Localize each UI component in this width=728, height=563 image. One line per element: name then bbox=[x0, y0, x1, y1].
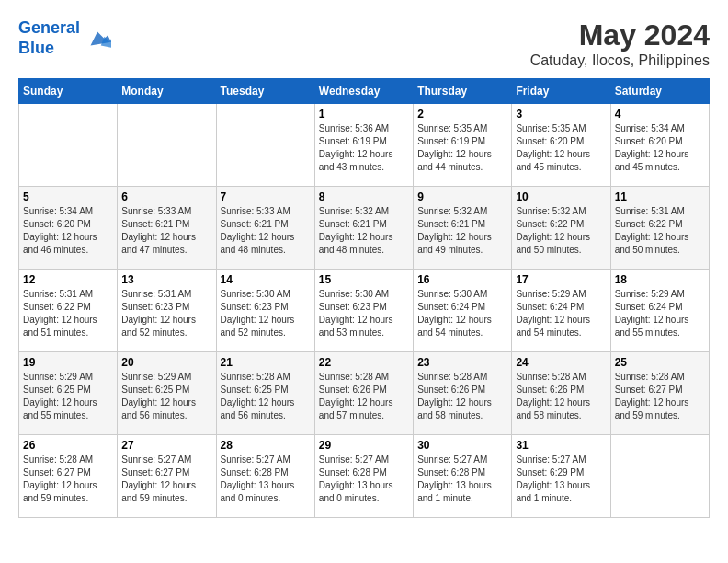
day-number: 21 bbox=[221, 356, 311, 369]
calendar-header-row: SundayMondayTuesdayWednesdayThursdayFrid… bbox=[19, 79, 710, 104]
day-number: 25 bbox=[615, 356, 705, 369]
calendar-cell bbox=[216, 104, 314, 187]
day-info: Sunrise: 5:29 AM Sunset: 6:25 PM Dayligh… bbox=[23, 371, 113, 422]
calendar-cell: 23Sunrise: 5:28 AM Sunset: 6:26 PM Dayli… bbox=[414, 352, 512, 435]
day-number: 26 bbox=[23, 439, 113, 452]
header-sunday: Sunday bbox=[19, 79, 118, 104]
calendar-table: SundayMondayTuesdayWednesdayThursdayFrid… bbox=[18, 78, 710, 518]
header-friday: Friday bbox=[512, 79, 610, 104]
day-info: Sunrise: 5:30 AM Sunset: 6:23 PM Dayligh… bbox=[221, 288, 311, 339]
day-info: Sunrise: 5:27 AM Sunset: 6:28 PM Dayligh… bbox=[221, 454, 311, 505]
calendar-cell: 19Sunrise: 5:29 AM Sunset: 6:25 PM Dayli… bbox=[19, 352, 118, 435]
calendar-cell: 5Sunrise: 5:34 AM Sunset: 6:20 PM Daylig… bbox=[19, 187, 118, 270]
calendar-cell: 4Sunrise: 5:34 AM Sunset: 6:20 PM Daylig… bbox=[610, 104, 709, 187]
calendar-cell: 12Sunrise: 5:31 AM Sunset: 6:22 PM Dayli… bbox=[19, 270, 118, 352]
day-info: Sunrise: 5:27 AM Sunset: 6:28 PM Dayligh… bbox=[417, 454, 507, 505]
logo-text: General Blue bbox=[18, 18, 80, 58]
page-title: May 2024 bbox=[530, 18, 710, 52]
day-number: 22 bbox=[319, 356, 409, 369]
day-number: 27 bbox=[121, 439, 211, 452]
day-info: Sunrise: 5:33 AM Sunset: 6:21 PM Dayligh… bbox=[121, 205, 211, 257]
calendar-cell: 2Sunrise: 5:35 AM Sunset: 6:19 PM Daylig… bbox=[414, 104, 512, 187]
calendar-cell: 7Sunrise: 5:33 AM Sunset: 6:21 PM Daylig… bbox=[216, 187, 314, 270]
day-number: 11 bbox=[615, 190, 705, 203]
day-number: 28 bbox=[221, 439, 311, 452]
day-info: Sunrise: 5:29 AM Sunset: 6:24 PM Dayligh… bbox=[615, 288, 705, 339]
logo-icon bbox=[84, 25, 111, 52]
day-number: 30 bbox=[417, 439, 507, 452]
day-number: 16 bbox=[417, 273, 507, 286]
calendar-cell: 21Sunrise: 5:28 AM Sunset: 6:25 PM Dayli… bbox=[216, 352, 314, 435]
calendar-week-row: 1Sunrise: 5:36 AM Sunset: 6:19 PM Daylig… bbox=[19, 104, 710, 187]
day-info: Sunrise: 5:31 AM Sunset: 6:23 PM Dayligh… bbox=[121, 288, 211, 339]
day-info: Sunrise: 5:34 AM Sunset: 6:20 PM Dayligh… bbox=[23, 205, 113, 257]
day-info: Sunrise: 5:28 AM Sunset: 6:25 PM Dayligh… bbox=[221, 371, 311, 422]
calendar-cell: 24Sunrise: 5:28 AM Sunset: 6:26 PM Dayli… bbox=[512, 352, 610, 435]
day-info: Sunrise: 5:30 AM Sunset: 6:23 PM Dayligh… bbox=[319, 288, 409, 339]
calendar-cell: 18Sunrise: 5:29 AM Sunset: 6:24 PM Dayli… bbox=[610, 270, 709, 352]
page-header: General Blue May 2024 Catuday, Ilocos, P… bbox=[18, 18, 710, 69]
day-number: 10 bbox=[516, 190, 606, 203]
title-block: May 2024 Catuday, Ilocos, Philippines bbox=[530, 18, 710, 69]
calendar-cell: 1Sunrise: 5:36 AM Sunset: 6:19 PM Daylig… bbox=[314, 104, 413, 187]
day-number: 18 bbox=[615, 273, 705, 286]
day-number: 3 bbox=[516, 108, 606, 121]
logo: General Blue bbox=[18, 18, 111, 58]
day-info: Sunrise: 5:28 AM Sunset: 6:26 PM Dayligh… bbox=[417, 371, 507, 422]
header-monday: Monday bbox=[118, 79, 216, 104]
day-info: Sunrise: 5:32 AM Sunset: 6:21 PM Dayligh… bbox=[417, 205, 507, 257]
calendar-cell: 13Sunrise: 5:31 AM Sunset: 6:23 PM Dayli… bbox=[118, 270, 216, 352]
header-wednesday: Wednesday bbox=[314, 79, 413, 104]
day-info: Sunrise: 5:34 AM Sunset: 6:20 PM Dayligh… bbox=[615, 122, 705, 174]
day-number: 6 bbox=[121, 190, 211, 203]
day-number: 29 bbox=[319, 439, 409, 452]
day-number: 24 bbox=[516, 356, 606, 369]
day-number: 20 bbox=[121, 356, 211, 369]
calendar-cell: 16Sunrise: 5:30 AM Sunset: 6:24 PM Dayli… bbox=[414, 270, 512, 352]
day-number: 15 bbox=[319, 273, 409, 286]
day-info: Sunrise: 5:31 AM Sunset: 6:22 PM Dayligh… bbox=[23, 288, 113, 339]
calendar-cell: 10Sunrise: 5:32 AM Sunset: 6:22 PM Dayli… bbox=[512, 187, 610, 270]
calendar-cell: 30Sunrise: 5:27 AM Sunset: 6:28 PM Dayli… bbox=[414, 435, 512, 518]
calendar-cell bbox=[118, 104, 216, 187]
day-number: 12 bbox=[23, 273, 113, 286]
header-saturday: Saturday bbox=[610, 79, 709, 104]
calendar-cell: 15Sunrise: 5:30 AM Sunset: 6:23 PM Dayli… bbox=[314, 270, 413, 352]
calendar-cell: 14Sunrise: 5:30 AM Sunset: 6:23 PM Dayli… bbox=[216, 270, 314, 352]
calendar-cell: 25Sunrise: 5:28 AM Sunset: 6:27 PM Dayli… bbox=[610, 352, 709, 435]
day-info: Sunrise: 5:28 AM Sunset: 6:26 PM Dayligh… bbox=[319, 371, 409, 422]
day-number: 19 bbox=[23, 356, 113, 369]
day-info: Sunrise: 5:33 AM Sunset: 6:21 PM Dayligh… bbox=[221, 205, 311, 257]
day-info: Sunrise: 5:30 AM Sunset: 6:24 PM Dayligh… bbox=[417, 288, 507, 339]
calendar-cell: 26Sunrise: 5:28 AM Sunset: 6:27 PM Dayli… bbox=[19, 435, 118, 518]
day-number: 7 bbox=[221, 190, 311, 203]
calendar-cell bbox=[610, 435, 709, 518]
day-info: Sunrise: 5:29 AM Sunset: 6:24 PM Dayligh… bbox=[516, 288, 606, 339]
day-info: Sunrise: 5:28 AM Sunset: 6:27 PM Dayligh… bbox=[615, 371, 705, 422]
day-number: 17 bbox=[516, 273, 606, 286]
calendar-week-row: 26Sunrise: 5:28 AM Sunset: 6:27 PM Dayli… bbox=[19, 435, 710, 518]
day-number: 31 bbox=[516, 439, 606, 452]
calendar-cell: 20Sunrise: 5:29 AM Sunset: 6:25 PM Dayli… bbox=[118, 352, 216, 435]
day-info: Sunrise: 5:29 AM Sunset: 6:25 PM Dayligh… bbox=[121, 371, 211, 422]
calendar-cell: 28Sunrise: 5:27 AM Sunset: 6:28 PM Dayli… bbox=[216, 435, 314, 518]
calendar-cell bbox=[19, 104, 118, 187]
calendar-cell: 9Sunrise: 5:32 AM Sunset: 6:21 PM Daylig… bbox=[414, 187, 512, 270]
day-number: 13 bbox=[121, 273, 211, 286]
day-info: Sunrise: 5:28 AM Sunset: 6:26 PM Dayligh… bbox=[516, 371, 606, 422]
day-number: 8 bbox=[319, 190, 409, 203]
day-number: 4 bbox=[615, 108, 705, 121]
day-info: Sunrise: 5:32 AM Sunset: 6:22 PM Dayligh… bbox=[516, 205, 606, 257]
page-subtitle: Catuday, Ilocos, Philippines bbox=[530, 52, 710, 69]
day-info: Sunrise: 5:27 AM Sunset: 6:27 PM Dayligh… bbox=[121, 454, 211, 505]
day-number: 5 bbox=[23, 190, 113, 203]
calendar-cell: 31Sunrise: 5:27 AM Sunset: 6:29 PM Dayli… bbox=[512, 435, 610, 518]
day-info: Sunrise: 5:36 AM Sunset: 6:19 PM Dayligh… bbox=[319, 122, 409, 174]
calendar-cell: 11Sunrise: 5:31 AM Sunset: 6:22 PM Dayli… bbox=[610, 187, 709, 270]
calendar-cell: 22Sunrise: 5:28 AM Sunset: 6:26 PM Dayli… bbox=[314, 352, 413, 435]
day-number: 23 bbox=[417, 356, 507, 369]
day-info: Sunrise: 5:31 AM Sunset: 6:22 PM Dayligh… bbox=[615, 205, 705, 257]
day-info: Sunrise: 5:35 AM Sunset: 6:19 PM Dayligh… bbox=[417, 122, 507, 174]
day-info: Sunrise: 5:35 AM Sunset: 6:20 PM Dayligh… bbox=[516, 122, 606, 174]
day-number: 1 bbox=[319, 108, 409, 121]
